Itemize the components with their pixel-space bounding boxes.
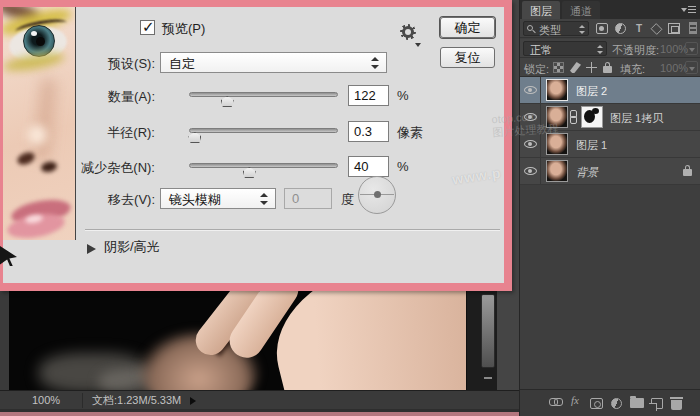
lock-transparency-icon[interactable]: [553, 62, 564, 73]
background-lock-icon: [682, 165, 693, 177]
new-group-icon[interactable]: [630, 398, 644, 408]
amount-slider[interactable]: [189, 92, 338, 97]
layer-mask-thumbnail[interactable]: [581, 106, 603, 128]
dropdown-arrows-icon: [597, 45, 603, 54]
layer-thumbnail[interactable]: [546, 160, 568, 182]
photoshop-window: 100% 文档:1.23M/5.33M: [0, 0, 700, 416]
preview-pupil: [36, 37, 45, 46]
layer-name[interactable]: 背景: [576, 165, 598, 180]
layer-name[interactable]: 图层 1: [576, 138, 607, 153]
radius-input[interactable]: 0.3: [348, 121, 389, 142]
remove-value: 镜头模糊: [169, 192, 221, 207]
fill-label: 填充:: [620, 62, 645, 77]
opacity-dropdown-icon[interactable]: [685, 42, 698, 55]
lock-body: [603, 66, 612, 73]
filter-type-layers-icon[interactable]: T: [633, 23, 645, 34]
lock-paint-brush-icon[interactable]: [570, 62, 581, 73]
layer-row-background[interactable]: 背景: [520, 158, 700, 185]
layer-row-layer2[interactable]: 图层 2: [520, 77, 700, 104]
fill-value[interactable]: 100%: [660, 62, 688, 74]
tab-layers[interactable]: 图层: [522, 1, 560, 19]
eye-icon[interactable]: [524, 167, 537, 175]
mask-link-icon[interactable]: [570, 110, 577, 124]
amount-input[interactable]: 122: [348, 85, 389, 106]
amount-label: 数量(A):: [3, 88, 155, 106]
reset-button[interactable]: 复位: [440, 47, 495, 68]
radius-slider-thumb[interactable]: [188, 132, 201, 143]
sharpen-dialog: 预览(P) 确定 复位 预设(S): 自定 数量(A): 122 % 半径(R)…: [0, 0, 512, 291]
link-layers-icon[interactable]: [549, 398, 563, 406]
radius-unit: 像素: [397, 124, 423, 142]
preview-checkbox[interactable]: [140, 20, 155, 35]
blend-mode-dropdown[interactable]: 正常: [523, 41, 607, 56]
canvas-left-gutter: [0, 291, 9, 390]
remove-dropdown[interactable]: 镜头模糊: [160, 188, 276, 209]
gear-icon[interactable]: [400, 24, 416, 40]
section-divider: [85, 229, 500, 230]
remove-label: 移去(V):: [3, 191, 155, 209]
disclosure-triangle-icon[interactable]: [87, 244, 96, 254]
layer-style-fx-icon[interactable]: fx: [571, 394, 579, 406]
zoom-level-field[interactable]: 100%: [28, 394, 64, 407]
preset-dropdown[interactable]: 自定: [160, 52, 387, 73]
layer-name[interactable]: 图层 2: [576, 84, 607, 99]
reduce-noise-slider-thumb[interactable]: [243, 167, 256, 178]
canvas-hand-shape: [260, 291, 466, 390]
dropdown-arrows-icon: [371, 57, 379, 69]
radius-slider[interactable]: [189, 128, 338, 133]
layer-thumbnail[interactable]: [546, 79, 568, 101]
visibility-cell[interactable]: [520, 77, 541, 103]
layer-name[interactable]: 图层 1拷贝: [610, 111, 663, 126]
status-menu-arrow-icon[interactable]: [190, 397, 196, 405]
filter-shape-layers-icon[interactable]: [650, 23, 662, 34]
panel-menu-icon[interactable]: [681, 6, 696, 14]
radius-label: 半径(R):: [3, 124, 155, 142]
filter-toggle-icon[interactable]: [689, 22, 697, 34]
filter-type-dropdown[interactable]: 类型: [523, 21, 589, 36]
filter-smart-object-icon[interactable]: [668, 23, 680, 34]
document-canvas: [9, 291, 466, 390]
eye-icon[interactable]: [524, 86, 537, 94]
opacity-value[interactable]: 100%: [660, 43, 688, 55]
angle-unit: 度: [341, 191, 354, 209]
visibility-cell[interactable]: [520, 158, 541, 184]
new-layer-icon[interactable]: [651, 398, 663, 409]
scrollbar-thumb[interactable]: [481, 294, 495, 368]
layer-filter-row: 类型 T: [520, 19, 700, 38]
add-layer-mask-icon[interactable]: [590, 398, 603, 409]
amount-unit: %: [397, 88, 409, 103]
vertical-scrollbar[interactable]: [466, 291, 497, 390]
status-bar: 100% 文档:1.23M/5.33M: [0, 390, 519, 409]
bottom-annotation-line: [0, 412, 519, 416]
angle-dial[interactable]: [358, 176, 396, 214]
reduce-noise-input[interactable]: 40: [348, 156, 389, 177]
ok-button[interactable]: 确定: [440, 17, 495, 38]
reduce-noise-slider[interactable]: [189, 163, 338, 168]
filter-type-label: 类型: [539, 24, 561, 36]
tab-channels[interactable]: 通道: [562, 1, 600, 19]
eye-icon[interactable]: [524, 140, 537, 148]
document-size-info: 文档:1.23M/5.33M: [92, 394, 181, 407]
watermark-text: otop.com 图片处理教程: [491, 109, 559, 140]
delete-layer-icon[interactable]: [671, 400, 682, 410]
preview-checkbox-label: 预览(P): [162, 20, 205, 38]
blend-mode-row: 正常 不透明度: 100%: [520, 39, 700, 58]
shadow-highlight-label[interactable]: 阴影/高光: [104, 238, 160, 256]
lock-label: 锁定:: [524, 62, 549, 77]
lock-all-icon[interactable]: [602, 62, 613, 73]
preset-value: 自定: [169, 56, 195, 71]
angle-input: 0: [284, 188, 332, 209]
new-adjustment-layer-icon[interactable]: [611, 398, 622, 409]
blend-mode-value: 正常: [530, 44, 552, 56]
fill-dropdown-icon[interactable]: [685, 61, 698, 74]
reduce-noise-unit: %: [397, 159, 409, 174]
lock-position-icon[interactable]: [586, 62, 597, 73]
reduce-noise-label: 减少杂色(N):: [3, 159, 155, 177]
amount-slider-thumb[interactable]: [221, 96, 234, 107]
layers-panel-bottom-bar: fx: [520, 389, 700, 416]
gear-menu-caret-icon[interactable]: [415, 43, 421, 47]
dropdown-arrows-icon: [579, 25, 585, 34]
layer-thumbnail[interactable]: [546, 133, 568, 155]
filter-adjustment-layers-icon[interactable]: [615, 23, 626, 34]
filter-pixel-layers-icon[interactable]: [596, 23, 608, 34]
